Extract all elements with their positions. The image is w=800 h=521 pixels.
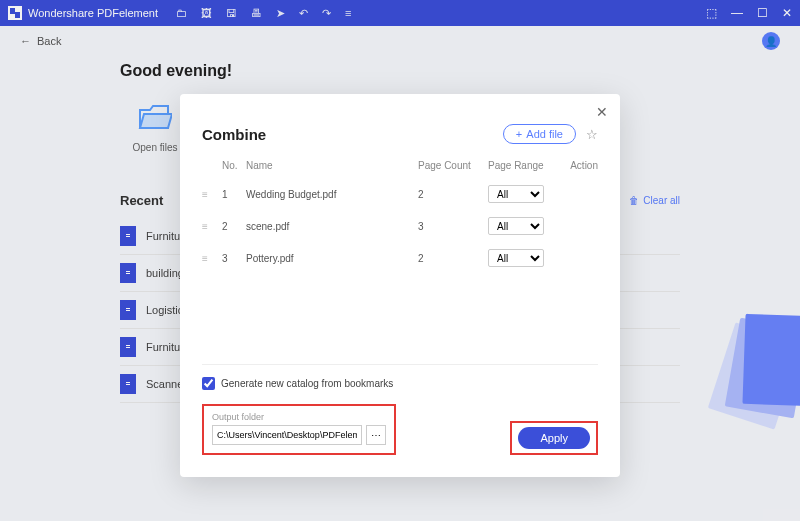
row-name: Wedding Budget.pdf xyxy=(246,189,418,200)
apply-button[interactable]: Apply xyxy=(518,427,590,449)
table-row: ≡ 3 Pottery.pdf 2 All xyxy=(202,242,598,274)
close-button[interactable]: ✕ xyxy=(596,104,608,120)
row-no: 3 xyxy=(222,253,246,264)
col-no: No. xyxy=(222,160,246,171)
add-file-button[interactable]: + Add file xyxy=(503,124,576,144)
browse-button[interactable]: ⋯ xyxy=(366,425,386,445)
drag-handle-icon[interactable]: ≡ xyxy=(202,189,222,200)
col-pages: Page Count xyxy=(418,160,488,171)
page-range-select[interactable]: All xyxy=(488,185,544,203)
table-header: No. Name Page Count Page Range Action xyxy=(202,154,598,178)
col-name: Name xyxy=(246,160,418,171)
table-row: ≡ 2 scene.pdf 3 All xyxy=(202,210,598,242)
divider xyxy=(202,364,598,365)
apply-wrap: Apply xyxy=(510,421,598,455)
catalog-checkbox[interactable] xyxy=(202,377,215,390)
page-range-select[interactable]: All xyxy=(488,217,544,235)
modal-backdrop: ✕ Combine + Add file ☆ No. Name Page Cou… xyxy=(0,0,800,521)
page-range-select[interactable]: All xyxy=(488,249,544,267)
row-name: scene.pdf xyxy=(246,221,418,232)
checkbox-label: Generate new catalog from bookmarks xyxy=(221,378,393,389)
star-icon[interactable]: ☆ xyxy=(586,127,598,142)
output-folder-input[interactable] xyxy=(212,425,362,445)
row-pages: 2 xyxy=(418,253,488,264)
row-pages: 3 xyxy=(418,221,488,232)
output-label: Output folder xyxy=(212,412,386,422)
add-file-label: Add file xyxy=(526,128,563,140)
plus-icon: + xyxy=(516,128,522,140)
combine-modal: ✕ Combine + Add file ☆ No. Name Page Cou… xyxy=(180,94,620,477)
row-no: 2 xyxy=(222,221,246,232)
table-row: ≡ 1 Wedding Budget.pdf 2 All xyxy=(202,178,598,210)
catalog-checkbox-row[interactable]: Generate new catalog from bookmarks xyxy=(202,377,598,390)
col-action: Action xyxy=(558,160,598,171)
output-folder-group: Output folder ⋯ xyxy=(202,404,396,455)
col-range: Page Range xyxy=(488,160,558,171)
row-no: 1 xyxy=(222,189,246,200)
row-pages: 2 xyxy=(418,189,488,200)
drag-handle-icon[interactable]: ≡ xyxy=(202,221,222,232)
drag-handle-icon[interactable]: ≡ xyxy=(202,253,222,264)
row-name: Pottery.pdf xyxy=(246,253,418,264)
modal-title: Combine xyxy=(202,126,266,143)
